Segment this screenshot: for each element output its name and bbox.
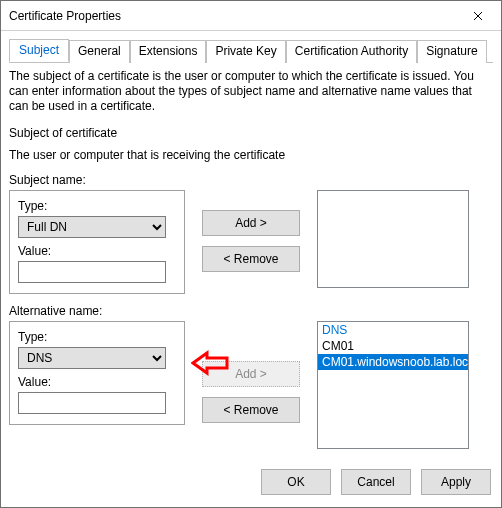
close-button[interactable]	[455, 1, 501, 30]
tab-extensions[interactable]: Extensions	[130, 40, 207, 63]
alt-name-box: Type: DNS Value:	[9, 321, 185, 425]
dialog-buttons: OK Cancel Apply	[1, 459, 501, 507]
tab-privatekey[interactable]: Private Key	[206, 40, 285, 63]
alt-value-label: Value:	[18, 375, 176, 389]
subject-buttons: Add > < Remove	[199, 190, 303, 272]
subject-value-label: Value:	[18, 244, 176, 258]
tab-signature[interactable]: Signature	[417, 40, 486, 63]
tab-description: The subject of a certificate is the user…	[9, 69, 493, 114]
client-area: Subject General Extensions Private Key C…	[1, 31, 501, 459]
tab-general[interactable]: General	[69, 40, 130, 63]
tab-subject[interactable]: Subject	[9, 39, 69, 62]
subject-add-button[interactable]: Add >	[202, 210, 300, 236]
window-title: Certificate Properties	[9, 9, 455, 23]
annotation-arrow-icon	[191, 349, 231, 377]
subject-type-select[interactable]: Full DN	[18, 216, 166, 238]
alt-list-item[interactable]: CM01.windowsnoob.lab.local	[318, 354, 468, 370]
alt-list-item[interactable]: CM01	[318, 338, 468, 354]
alt-remove-button[interactable]: < Remove	[202, 397, 300, 423]
subject-name-row: Type: Full DN Value: Add > < Remove	[9, 190, 493, 294]
subject-name-heading: Subject name:	[9, 173, 493, 187]
section-title: Subject of certificate	[9, 126, 493, 140]
alt-type-label: Type:	[18, 330, 176, 344]
alt-type-select[interactable]: DNS	[18, 347, 166, 369]
subject-value-input[interactable]	[18, 261, 166, 283]
alt-list[interactable]: DNS CM01 CM01.windowsnoob.lab.local	[317, 321, 469, 449]
title-bar: Certificate Properties	[1, 1, 501, 31]
subject-tab-panel: The subject of a certificate is the user…	[9, 69, 493, 459]
subject-remove-button[interactable]: < Remove	[202, 246, 300, 272]
alt-name-heading: Alternative name:	[9, 304, 493, 318]
cancel-button[interactable]: Cancel	[341, 469, 411, 495]
apply-button[interactable]: Apply	[421, 469, 491, 495]
close-icon	[473, 11, 483, 21]
ok-button[interactable]: OK	[261, 469, 331, 495]
alt-value-input[interactable]	[18, 392, 166, 414]
subject-list[interactable]	[317, 190, 469, 288]
alt-name-row: Type: DNS Value: Add > < Remove DNS CM01…	[9, 321, 493, 449]
tab-strip: Subject General Extensions Private Key C…	[9, 39, 493, 63]
alt-list-group-header: DNS	[318, 322, 468, 338]
subject-type-label: Type:	[18, 199, 176, 213]
tab-certauth[interactable]: Certification Authority	[286, 40, 417, 63]
subject-name-box: Type: Full DN Value:	[9, 190, 185, 294]
section-description: The user or computer that is receiving t…	[9, 148, 493, 163]
